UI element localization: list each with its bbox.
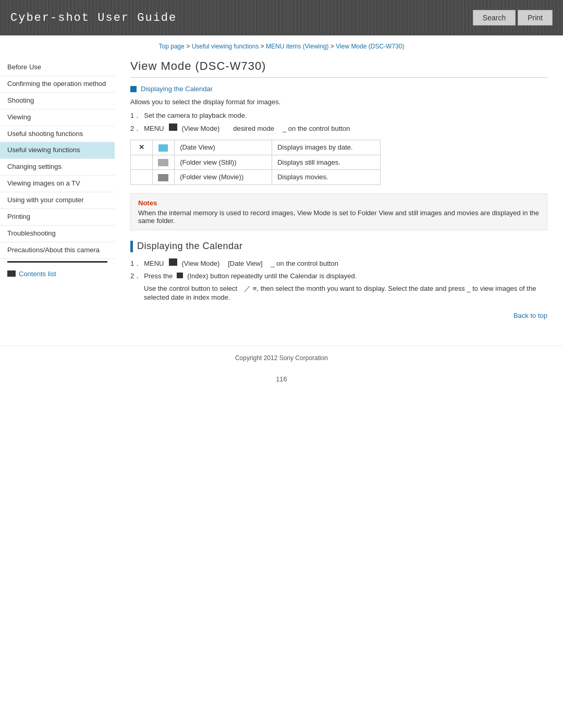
blue-bar-icon xyxy=(130,241,133,252)
table-cell-movie-mode: (Folder view (Movie)) xyxy=(175,170,272,185)
back-to-top-link[interactable]: Back to top xyxy=(513,312,547,319)
step-2-num: 2． xyxy=(130,124,141,133)
contents-icon xyxy=(7,270,16,277)
breadcrumb-link-viewmode[interactable]: View Mode (DSC-W730) xyxy=(336,43,404,50)
table-cell-date-desc: Displays images by date. xyxy=(272,140,381,155)
sidebar-item-shooting[interactable]: Shooting xyxy=(0,93,115,109)
step2-1-icon xyxy=(169,258,177,266)
steps-section: 1． Set the camera to playback mode. 2． M… xyxy=(130,111,547,133)
table-cell-movie-x xyxy=(131,170,153,185)
footer-copyright: Copyright 2012 Sony Corporation xyxy=(235,354,328,362)
content-area: View Mode (DSC-W730) Displaying the Cale… xyxy=(115,54,563,330)
section2-header: Displaying the Calendar xyxy=(130,241,547,252)
print-button[interactable]: Print xyxy=(518,10,553,26)
step2-2-num: 2． xyxy=(130,272,141,281)
step-1-text: Set the camera to playback mode. xyxy=(144,112,247,119)
table-cell-still-mode: (Folder view (Still)) xyxy=(175,155,272,170)
step2-2: 2． Press the (Index) button repeatedly u… xyxy=(130,272,547,281)
notes-title: Notes xyxy=(138,199,540,207)
footer: Copyright 2012 Sony Corporation xyxy=(0,346,563,372)
sidebar-item-confirming[interactable]: Confirming the operation method xyxy=(0,76,115,93)
sidebar-item-precautions[interactable]: Precautions/About this camera xyxy=(0,242,115,259)
step2-1: 1． MENU (View Mode) [Date View] _ on the… xyxy=(130,258,547,268)
displaying-calendar-link[interactable]: Displaying the Calendar xyxy=(130,85,547,93)
table-cell-still-x xyxy=(131,155,153,170)
contents-list-link[interactable]: Contents list xyxy=(0,265,115,283)
main-layout: Before Use Confirming the operation meth… xyxy=(0,54,563,340)
table-cell-still-desc: Displays still images. xyxy=(272,155,381,170)
contents-list-label: Contents list xyxy=(19,270,56,278)
step-2-view-mode: (View Mode) xyxy=(182,125,220,132)
table-cell-date-icon xyxy=(152,140,175,155)
step-1-num: 1． xyxy=(130,111,141,120)
sidebar-item-viewing-tv[interactable]: Viewing images on a TV xyxy=(0,176,115,192)
page-title: View Mode (DSC-W730) xyxy=(130,59,547,78)
breadcrumb-link-uvf[interactable]: Useful viewing functions xyxy=(192,43,259,50)
step2-2-text: Press the xyxy=(144,272,173,280)
notes-box: Notes When the internal memory is used t… xyxy=(130,193,547,230)
site-title: Cyber-shot User Guide xyxy=(10,11,177,24)
sidebar-item-before-use[interactable]: Before Use xyxy=(0,59,115,76)
header-buttons: Search Print xyxy=(473,10,553,26)
step-1: 1． Set the camera to playback mode. xyxy=(130,111,547,120)
section2-title: Displaying the Calendar xyxy=(137,241,243,252)
step2-2-icon xyxy=(177,273,183,278)
breadcrumb: Top page > Useful viewing functions > ME… xyxy=(0,35,563,54)
breadcrumb-link-top[interactable]: Top page xyxy=(159,43,185,50)
search-button[interactable]: Search xyxy=(473,10,516,26)
link-icon xyxy=(130,86,137,92)
sidebar-item-changing-settings[interactable]: Changing settings xyxy=(0,159,115,176)
table-row-folder-still: (Folder view (Still)) Displays still ima… xyxy=(131,155,381,170)
sidebar-item-troubleshooting[interactable]: Troubleshooting xyxy=(0,226,115,242)
notes-text: When the internal memory is used to reco… xyxy=(138,209,540,225)
step-2-desired: desired mode xyxy=(233,125,274,132)
table-cell-still-icon xyxy=(152,155,175,170)
sidebar-item-useful-viewing[interactable]: Useful viewing functions xyxy=(0,142,115,159)
sidebar-item-printing[interactable]: Printing xyxy=(0,209,115,226)
step-2: 2． MENU (View Mode) desired mode _ on th… xyxy=(130,124,547,133)
intro-text: Allows you to select the display format … xyxy=(130,98,547,106)
sidebar-item-useful-shooting[interactable]: Useful shooting functions xyxy=(0,126,115,143)
step2-1-date-view: [Date View] xyxy=(228,260,262,267)
sidebar-divider xyxy=(7,261,107,263)
table-row-date-view: ✕ (Date View) Displays images by date. xyxy=(131,140,381,155)
table-cell-movie-icon xyxy=(152,170,175,185)
header: Cyber-shot User Guide Search Print xyxy=(0,0,563,35)
sidebar-item-viewing[interactable]: Viewing xyxy=(0,109,115,126)
page-number: 116 xyxy=(0,372,563,386)
table-cell-movie-desc: Displays movies. xyxy=(272,170,381,185)
steps2-section: 1． MENU (View Mode) [Date View] _ on the… xyxy=(130,258,547,301)
step2-2-extra: (Index) button repeatedly until the Cale… xyxy=(187,272,357,280)
folder-movie-icon xyxy=(158,174,168,181)
section-link-label: Displaying the Calendar xyxy=(141,85,213,93)
view-mode-table: ✕ (Date View) Displays images by date. (… xyxy=(130,140,381,185)
date-view-icon xyxy=(158,144,168,152)
step2-1-num: 1． xyxy=(130,259,141,268)
sidebar: Before Use Confirming the operation meth… xyxy=(0,54,115,330)
step-2-text: MENU xyxy=(144,125,164,132)
step2-1-view-mode: (View Mode) xyxy=(182,260,220,267)
table-cell-x-icon: ✕ xyxy=(131,140,153,155)
sidebar-item-computer[interactable]: Using with your computer xyxy=(0,192,115,209)
back-to-top: Back to top xyxy=(130,312,547,319)
step2-2-sub: Use the control button to select ／ ≡, th… xyxy=(144,284,547,301)
table-row-folder-movie: (Folder view (Movie)) Displays movies. xyxy=(131,170,381,185)
folder-still-icon xyxy=(158,159,168,166)
step-2-icon xyxy=(169,124,177,131)
step2-1-menu: MENU xyxy=(144,260,164,267)
table-cell-date-mode: (Date View) xyxy=(175,140,272,155)
breadcrumb-link-menu[interactable]: MENU items (Viewing) xyxy=(266,43,328,50)
step-2-arrow: _ on the control button xyxy=(283,125,350,132)
step2-1-arrow: _ on the control button xyxy=(271,260,338,267)
